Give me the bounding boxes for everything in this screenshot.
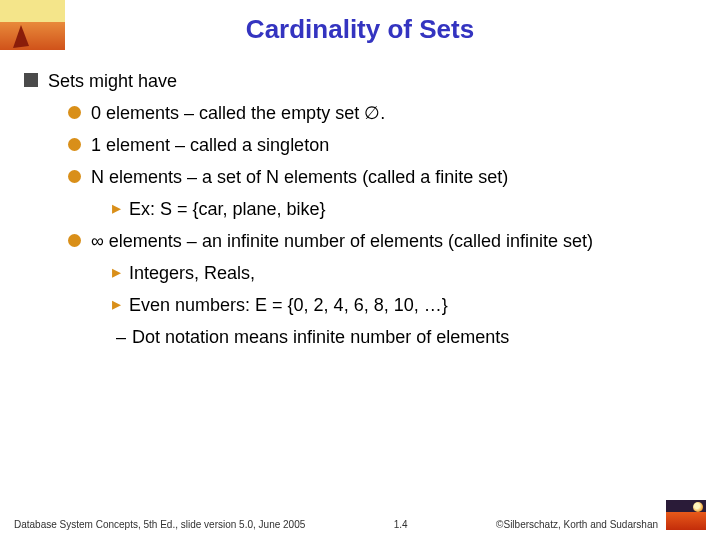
- dot-bullet-icon: [68, 170, 81, 183]
- dot-bullet-icon: [68, 106, 81, 119]
- text: 1 element – called a singleton: [91, 133, 329, 157]
- bullet-level4: – Dot notation means infinite number of …: [116, 325, 698, 349]
- footer: Database System Concepts, 5th Ed., slide…: [0, 500, 720, 530]
- text: Integers, Reals,: [129, 261, 255, 285]
- text: Even numbers: E = {0, 2, 4, 6, 8, 10, …}: [129, 293, 448, 317]
- bullet-level3: ▸ Even numbers: E = {0, 2, 4, 6, 8, 10, …: [112, 293, 698, 317]
- square-bullet-icon: [24, 73, 38, 87]
- bullet-level1: Sets might have: [24, 69, 698, 93]
- text: ∞ elements – an infinite number of eleme…: [91, 229, 593, 253]
- bullet-level2: ∞ elements – an infinite number of eleme…: [68, 229, 698, 253]
- dash-bullet-icon: –: [116, 327, 126, 348]
- arrow-bullet-icon: ▸: [112, 197, 121, 219]
- logo-bottom: [666, 500, 706, 530]
- text: Sets might have: [48, 69, 177, 93]
- dot-bullet-icon: [68, 138, 81, 151]
- dot-bullet-icon: [68, 234, 81, 247]
- footer-right: ©Silberschatz, Korth and Sudarshan: [496, 519, 658, 530]
- slide-content: Sets might have 0 elements – called the …: [0, 51, 720, 349]
- footer-center: 1.4: [394, 519, 408, 530]
- bullet-level2: 1 element – called a singleton: [68, 133, 698, 157]
- bullet-level3: ▸ Ex: S = {car, plane, bike}: [112, 197, 698, 221]
- slide-title: Cardinality of Sets: [0, 0, 720, 51]
- text: N elements – a set of N elements (called…: [91, 165, 508, 189]
- text: Dot notation means infinite number of el…: [132, 325, 509, 349]
- arrow-bullet-icon: ▸: [112, 293, 121, 315]
- bullet-level3: ▸ Integers, Reals,: [112, 261, 698, 285]
- bullet-level2: 0 elements – called the empty set ∅.: [68, 101, 698, 125]
- footer-left: Database System Concepts, 5th Ed., slide…: [14, 519, 305, 530]
- text: Ex: S = {car, plane, bike}: [129, 197, 326, 221]
- text: 0 elements – called the empty set ∅.: [91, 101, 385, 125]
- arrow-bullet-icon: ▸: [112, 261, 121, 283]
- logo-top: [0, 0, 65, 50]
- bullet-level2: N elements – a set of N elements (called…: [68, 165, 698, 189]
